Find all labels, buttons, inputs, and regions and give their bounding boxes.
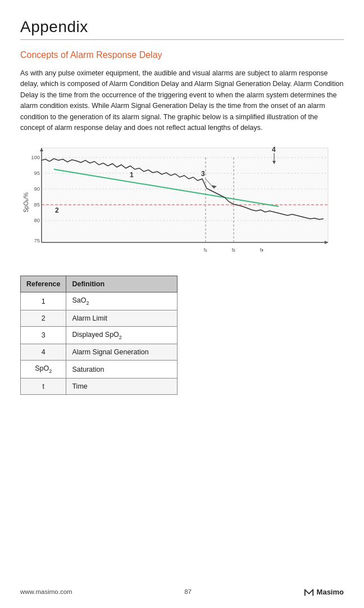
svg-text:75: 75 [34, 237, 40, 244]
table-cell-ref: SpO2 [21, 361, 66, 379]
table-cell-ref: 1 [21, 292, 66, 310]
table-cell-def: Saturation [66, 361, 178, 379]
svg-rect-1 [42, 148, 328, 242]
table-cell-def: Alarm Signal Generation [66, 344, 178, 361]
table-row: 2 Alarm Limit [21, 310, 178, 326]
page-footer: www.masimo.com 87 Masimo [20, 587, 344, 597]
footer-logo: Masimo [304, 587, 344, 597]
table-cell-ref: 4 [21, 344, 66, 361]
page-title: Appendix [20, 18, 344, 40]
table-row: SpO2 Saturation [21, 361, 178, 379]
table-row: 4 Alarm Signal Generation [21, 344, 178, 361]
section-heading: Concepts of Alarm Response Delay [20, 50, 344, 60]
masimo-logo-icon [304, 587, 314, 597]
body-text: As with any pulse oximeter equipment, th… [20, 68, 344, 133]
svg-text:t₂: t₂ [232, 246, 236, 253]
alarm-response-chart: SpO₂/% 100 95 90 85 80 75 t₁ t₂ t₃ [20, 143, 344, 263]
svg-text:SpO₂/%: SpO₂/% [23, 192, 29, 213]
svg-text:t₃: t₃ [260, 246, 264, 253]
table-cell-def: Alarm Limit [66, 310, 178, 326]
svg-text:95: 95 [34, 170, 40, 176]
svg-text:2: 2 [55, 206, 59, 214]
svg-text:3: 3 [201, 170, 205, 178]
table-cell-ref: 3 [21, 326, 66, 344]
chart-svg: SpO₂/% 100 95 90 85 80 75 t₁ t₂ t₃ [20, 143, 340, 262]
svg-text:t₁: t₁ [204, 246, 208, 253]
table-header-reference: Reference [21, 276, 66, 292]
table-row: 1 SaO2 [21, 292, 178, 310]
svg-text:80: 80 [34, 217, 40, 223]
footer-website: www.masimo.com [20, 588, 72, 595]
table-cell-ref: t [21, 378, 66, 394]
footer-brand: Masimo [317, 588, 344, 596]
svg-text:100: 100 [31, 154, 40, 160]
svg-text:4: 4 [272, 146, 276, 154]
svg-text:1: 1 [130, 171, 134, 179]
table-cell-ref: 2 [21, 310, 66, 326]
table-cell-def: Time [66, 378, 178, 394]
svg-text:85: 85 [34, 201, 40, 208]
table-cell-def: Displayed SpO2 [66, 326, 178, 344]
svg-text:90: 90 [34, 186, 40, 192]
table-row: 3 Displayed SpO2 [21, 326, 178, 344]
table-header-definition: Definition [66, 276, 178, 292]
table-row: t Time [21, 378, 178, 394]
footer-page-number: 87 [184, 588, 192, 595]
reference-table: Reference Definition 1 SaO2 2 Alarm Limi… [20, 276, 178, 395]
table-cell-def: SaO2 [66, 292, 178, 310]
